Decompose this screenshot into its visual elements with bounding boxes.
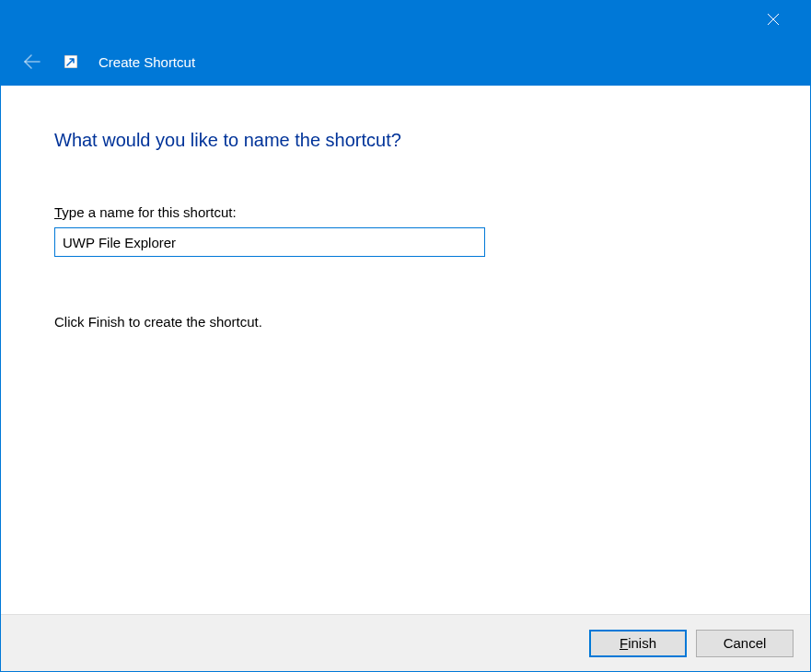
window-title: Create Shortcut [98, 54, 195, 70]
shortcut-icon [64, 54, 78, 69]
instruction-text: Click Finish to create the shortcut. [54, 314, 757, 330]
cancel-button[interactable]: Cancel [696, 630, 794, 657]
page-heading: What would you like to name the shortcut… [54, 130, 757, 151]
wizard-footer: Finish Cancel [1, 614, 810, 671]
close-button[interactable] [752, 1, 794, 38]
back-button[interactable] [17, 47, 47, 76]
titlebar-nav: Create Shortcut [1, 38, 810, 86]
back-arrow-icon [23, 52, 41, 71]
shortcut-name-input[interactable] [54, 227, 485, 257]
name-field-label: Type a name for this shortcut: [54, 204, 757, 220]
close-icon [767, 13, 780, 26]
wizard-content: What would you like to name the shortcut… [1, 86, 810, 614]
finish-button[interactable]: Finish [589, 630, 687, 657]
create-shortcut-wizard: Create Shortcut What would you like to n… [0, 0, 811, 672]
titlebar-top [1, 1, 810, 38]
